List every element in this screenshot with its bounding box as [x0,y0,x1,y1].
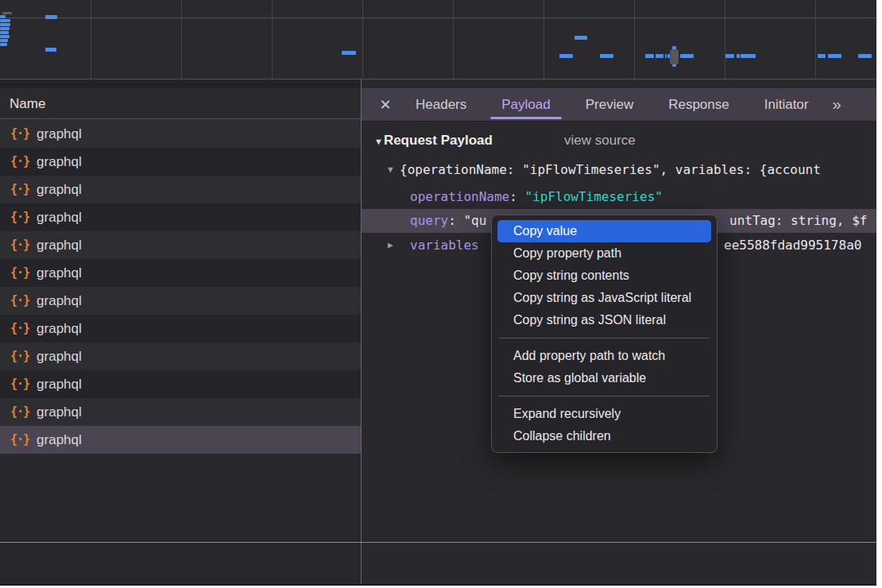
request-timing-bar [0,23,10,26]
request-timing-bar [45,15,57,19]
request-row-graphql[interactable]: {·}graphql [0,176,361,203]
request-row-graphql[interactable]: {·}graphql [0,426,361,454]
request-timing-bar [0,31,9,34]
query-text-start: query: "qu [410,209,486,233]
request-name-label: graphql [37,210,82,226]
json-braces-icon: {·} [10,377,29,391]
tab-initiator[interactable]: Initiator [752,89,822,121]
request-timing-bar [342,51,356,55]
active-tab-underline [490,117,561,119]
overview-gridline [634,0,635,79]
overview-gridline [815,0,816,79]
menu-item-copy-value[interactable]: Copy value [497,220,711,242]
json-braces-icon: {·} [10,404,29,419]
request-timing-bar [656,54,663,58]
request-timing-bar [0,15,6,18]
overview-gridline [453,0,454,79]
json-braces-icon: {·} [10,432,29,447]
close-icon[interactable]: ✕ [377,98,393,112]
menu-item-add-property-path-to-watch[interactable]: Add property path to watch [497,345,711,367]
json-braces-icon: {·} [10,321,29,335]
footer-divider [0,542,876,543]
payload-section-header: ▼Request Payload view source [362,130,876,151]
menu-item-copy-string-contents[interactable]: Copy string contents [497,265,711,287]
view-source-link[interactable]: view source [564,130,636,151]
tab-response-label: Response [668,97,729,112]
tab-payload-label: Payload [501,97,550,112]
section-expander-icon[interactable]: ▼ [374,131,383,152]
request-row-graphql[interactable]: {·}graphql [0,259,361,287]
json-braces-icon: {·} [10,210,29,224]
json-braces-icon: {·} [10,293,29,308]
request-name-label: graphql [37,154,82,170]
request-row-graphql[interactable]: {·}graphql [0,315,361,342]
request-timing-bar [45,48,56,52]
tab-initiator-label: Initiator [764,97,809,112]
request-timing-bar [600,54,613,58]
menu-item-copy-property-path[interactable]: Copy property path [497,242,711,265]
more-tabs-icon[interactable]: » [832,95,839,114]
tab-preview[interactable]: Preview [573,89,646,121]
request-row-graphql[interactable]: {·}graphql [0,370,361,398]
request-row-graphql[interactable]: {·}graphql [0,398,361,426]
operation-name-text: operationName: "ipFlowTimeseries" [410,186,663,208]
network-request-list: Name {·}graphql{·}graphql{·}graphql{·}gr… [0,88,361,584]
request-name-label: graphql [37,321,82,337]
request-timing-bar [741,54,756,58]
json-braces-icon: {·} [10,126,29,141]
devtools-window: Name {·}graphql{·}graphql{·}graphql{·}gr… [0,0,876,586]
json-braces-icon: {·} [10,154,29,168]
request-row-graphql[interactable]: {·}graphql [0,342,361,370]
request-timing-bar [828,54,841,58]
menu-item-store-as-global-variable[interactable]: Store as global variable [497,367,711,389]
payload-section-title[interactable]: ▼Request Payload [374,130,493,152]
request-timing-bar [858,54,872,58]
root-preview-text: {operationName: "ipFlowTimeseries", vari… [400,159,821,181]
name-column-header[interactable]: Name [0,88,361,119]
overview-gridline [181,0,182,79]
request-timing-bar [559,54,573,58]
request-row-graphql[interactable]: {·}graphql [0,120,361,148]
request-timing-bar [574,36,587,40]
request-timing-bar [0,27,10,30]
request-name-label: graphql [37,238,82,253]
request-name-label: graphql [37,265,82,281]
request-timing-bar [0,35,10,38]
menu-item-collapse-children[interactable]: Collapse children [497,425,711,447]
tab-payload[interactable]: Payload [489,89,563,121]
variables-key-text: variables [410,234,479,257]
request-row-graphql[interactable]: {·}graphql [0,287,361,315]
tab-headers[interactable]: Headers [403,89,479,121]
json-braces-icon: {·} [10,182,29,196]
overview-gridline [362,0,363,79]
payload-root-line[interactable]: ▼ {operationName: "ipFlowTimeseries", va… [362,159,876,181]
request-name-label: graphql [37,432,82,448]
request-row-graphql[interactable]: {·}graphql [0,203,361,231]
menu-item-copy-string-js-literal[interactable]: Copy string as JavaScript literal [497,287,711,309]
tab-response[interactable]: Response [656,89,742,121]
request-timing-bar [725,54,734,58]
request-timing-bar [665,54,667,58]
overview-gridline [272,0,273,79]
payload-operation-name-line[interactable]: operationName: "ipFlowTimeseries" [362,186,876,208]
menu-item-expand-recursively[interactable]: Expand recursively [497,403,711,425]
request-name-label: graphql [37,404,82,420]
request-timing-bar [0,19,10,22]
network-overview-timeline[interactable] [0,0,876,79]
query-text-end: untTag: string, $f [729,209,867,233]
request-timing-bar [2,12,12,14]
request-timing-bar [0,39,8,42]
overview-gridline [725,0,725,79]
context-menu: Copy value Copy property path Copy strin… [491,215,718,453]
menu-item-copy-string-json-literal[interactable]: Copy string as JSON literal [497,309,711,331]
request-row-graphql[interactable]: {·}graphql [0,148,361,176]
variables-expander-icon[interactable]: ▶ [388,234,393,257]
json-braces-icon: {·} [10,349,29,363]
request-row-graphql[interactable]: {·}graphql [0,231,361,259]
root-expander-icon[interactable]: ▼ [388,159,393,181]
request-timing-bar [645,54,654,58]
tab-preview-label: Preview [586,97,633,112]
request-timing-bar [0,43,7,46]
tab-headers-label: Headers [416,97,466,112]
request-name-label: graphql [37,182,82,198]
